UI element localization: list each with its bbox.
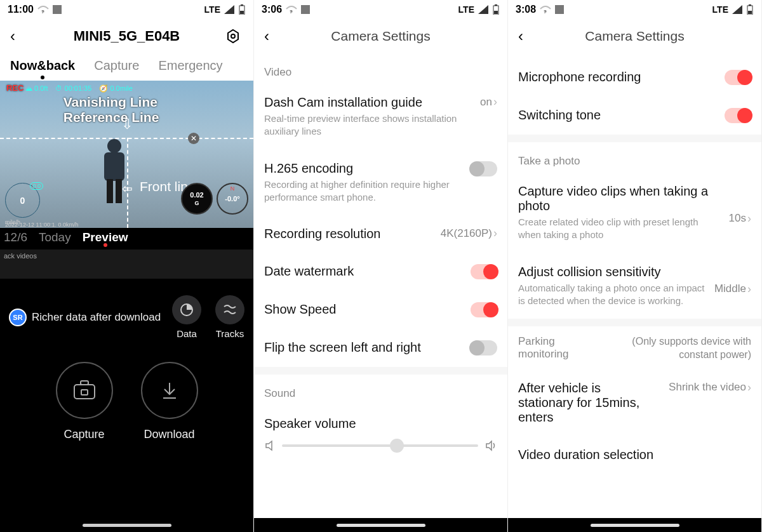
row-capture-clip[interactable]: Capture video clips when taking a photo … <box>508 173 761 253</box>
live-preview[interactable]: REC ⛰ 0.0ft ⏱ 00:01:35 🧭 0.0mile Vanishi… <box>0 81 253 228</box>
home-indicator[interactable] <box>591 524 679 527</box>
row-microphone[interactable]: Microphone recording <box>508 58 761 96</box>
tab-capture[interactable]: Capture <box>94 58 139 73</box>
compass-gauge: N -0.0° <box>217 183 248 215</box>
row-show-speed[interactable]: Show Speed <box>254 291 507 329</box>
row-speaker-volume[interactable]: Speaker volume <box>254 405 507 463</box>
svg-rect-23 <box>749 4 751 6</box>
date-tab-2[interactable]: Preview <box>83 230 128 244</box>
chevron-right-icon: › <box>747 212 751 225</box>
install-guide-value: on <box>480 96 492 109</box>
close-overlay-icon[interactable]: ✕ <box>188 133 199 144</box>
tab-emergency[interactable]: Emergency <box>158 58 222 73</box>
svg-marker-5 <box>228 30 238 43</box>
collision-label: Adjust collision sensitivity <box>518 265 707 279</box>
nav-bar <box>508 518 761 532</box>
wifi-icon: ? <box>540 5 551 14</box>
resolution-value: 4K(2160P) <box>441 227 492 240</box>
status-bar: 3:08 ? LTE <box>508 0 761 19</box>
timeline[interactable]: ack videos <box>0 249 253 279</box>
status-bar: 11:00 ? LTE <box>0 0 253 19</box>
capture-clip-desc: Create related video clip with preset le… <box>518 216 721 242</box>
download-label: Download <box>144 428 194 441</box>
signal-icon <box>224 5 234 14</box>
chevron-right-icon: › <box>747 381 751 394</box>
show-speed-toggle[interactable] <box>471 302 497 317</box>
home-indicator[interactable] <box>337 524 425 527</box>
svg-point-6 <box>231 34 235 38</box>
arrow-down-icon: ⇩ <box>121 116 133 133</box>
back-icon[interactable]: ‹ <box>264 27 282 45</box>
wifi-icon: ? <box>286 5 297 14</box>
svg-rect-12 <box>74 385 95 399</box>
home-indicator[interactable] <box>83 524 171 527</box>
switching-tone-label: Switching tone <box>518 108 717 123</box>
row-switching-tone[interactable]: Switching tone <box>508 96 761 135</box>
rec-indicator: REC <box>6 83 23 93</box>
device-title: MINI5_5G_E04B <box>28 28 225 44</box>
flip-toggle[interactable] <box>471 340 497 356</box>
date-tab-1[interactable]: Today <box>39 230 71 244</box>
signal-icon <box>732 5 742 14</box>
capture-clip-label: Capture video clips when taking a photo <box>518 184 721 213</box>
row-flip-screen[interactable]: Flip the screen left and right <box>254 329 507 367</box>
svg-rect-14 <box>81 390 88 395</box>
status-time: 11:00 <box>8 4 34 15</box>
status-net: LTE <box>458 4 474 15</box>
row-resolution[interactable]: Recording resolution 4K(2160P) › <box>254 215 507 253</box>
row-collision[interactable]: Adjust collision sensitivity Automatical… <box>508 253 761 319</box>
back-icon[interactable]: ‹ <box>518 27 536 45</box>
status-net: LTE <box>712 4 728 15</box>
tracks-button-label: Tracks <box>216 328 244 339</box>
back-icon[interactable]: ‹ <box>10 27 28 45</box>
speed-gauge: 0 0.0 <box>5 183 40 218</box>
svg-rect-13 <box>81 381 88 385</box>
status-bar: 3:06 ? LTE <box>254 0 507 19</box>
switching-tone-toggle[interactable] <box>725 108 751 123</box>
capture-clip-value: 10s <box>729 212 746 225</box>
date-tab-0[interactable]: 12/6 <box>4 230 27 244</box>
section-parking: Parking monitoring (Only supports device… <box>508 326 761 369</box>
svg-rect-24 <box>748 11 752 14</box>
data-icon-button[interactable] <box>172 295 201 324</box>
row-install-guide[interactable]: Dash Cam installation guide Real-time pr… <box>254 84 507 150</box>
richer-row: SR Richer data after download Data Track… <box>0 279 253 343</box>
preview-top-info: ⛰ 0.0ft ⏱ 00:01:35 🧭 0.0mile <box>25 84 133 93</box>
svg-rect-8 <box>104 152 124 181</box>
status-time: 3:08 <box>516 4 536 15</box>
settings-icon[interactable] <box>225 29 243 44</box>
status-time: 3:06 <box>262 4 282 15</box>
download-button[interactable]: Download <box>141 362 198 441</box>
row-after-stationary[interactable]: After vehicle is stationary for 15mins, … <box>508 369 761 436</box>
volume-low-icon <box>264 440 276 451</box>
tab-nowback[interactable]: Now&back <box>10 58 75 73</box>
row-h265[interactable]: H.265 encoding Recording at higher defin… <box>254 150 507 216</box>
resolution-label: Recording resolution <box>264 227 433 241</box>
volume-slider[interactable] <box>282 444 478 447</box>
capture-button[interactable]: Capture <box>56 362 113 441</box>
section-take-photo: Take a photo <box>508 142 761 173</box>
collision-value: Middle <box>714 283 746 295</box>
main-tabs: Now&back Capture Emergency <box>0 53 253 81</box>
date-watermark-toggle[interactable] <box>471 264 497 279</box>
page-title: Camera Settings <box>536 29 733 44</box>
svg-rect-19 <box>494 11 498 14</box>
section-video: Video <box>254 53 507 84</box>
flip-label: Flip the screen left and right <box>264 340 463 355</box>
row-video-duration[interactable]: Video duration selection <box>508 436 761 474</box>
date-watermark-label: Date watermark <box>264 264 463 279</box>
h265-toggle[interactable] <box>471 161 497 176</box>
speaker-label: Speaker volume <box>264 416 497 431</box>
svg-rect-3 <box>241 4 243 6</box>
wifi-icon: ? <box>37 5 49 14</box>
page-title: Camera Settings <box>282 29 479 44</box>
sr-badge-icon: SR <box>9 309 27 326</box>
tracks-icon-button[interactable] <box>215 295 244 324</box>
row-date-watermark[interactable]: Date watermark <box>254 253 507 291</box>
camera-icon <box>72 380 97 401</box>
microphone-toggle[interactable] <box>725 70 751 85</box>
volume-high-icon <box>485 440 497 451</box>
preview-readout: 2022-12-12 11:00:1. 0.0km/h <box>5 222 79 228</box>
date-tabs: 12/6 Today Preview <box>0 228 253 249</box>
parking-header: Parking monitoring <box>518 335 589 361</box>
